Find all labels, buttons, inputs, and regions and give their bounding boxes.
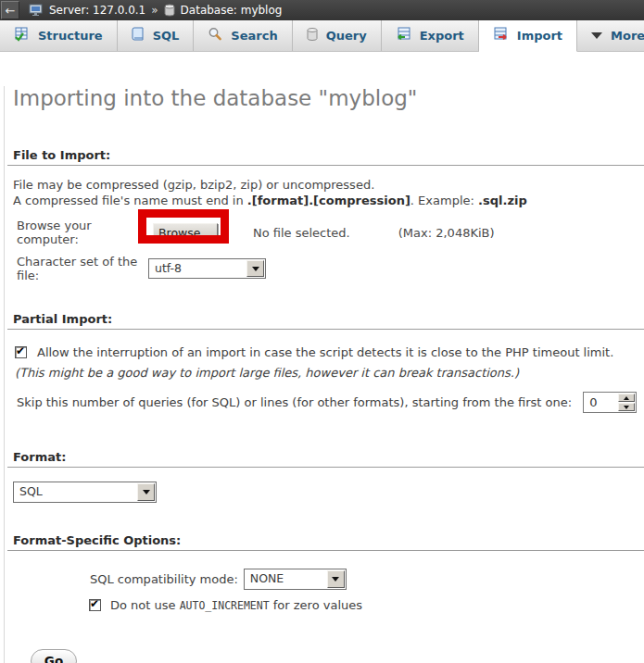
section-heading-file-to-import: File to Import:	[7, 148, 644, 166]
charset-select[interactable]: utf-8	[148, 258, 266, 279]
format-compression-hint: .[format].[compression]	[247, 194, 410, 207]
charset-label: Character set of the file:	[17, 255, 148, 282]
charset-selected-value: utf-8	[149, 259, 246, 278]
section-heading-format-specific-options: Format-Specific Options:	[7, 533, 644, 551]
tab-search[interactable]: Search	[194, 20, 292, 51]
allow-interruption-checkbox[interactable]: ✔	[15, 346, 27, 358]
example-extension: .sql.zip	[478, 194, 527, 207]
zero-values-text-prefix: Do not use	[110, 598, 180, 612]
skip-queries-input[interactable]	[584, 393, 617, 412]
checkmark-icon: ✔	[90, 597, 99, 610]
sql-compat-select-arrow-icon[interactable]	[327, 570, 345, 588]
content-left-border	[4, 86, 5, 663]
tab-export[interactable]: Export	[382, 20, 479, 51]
allow-interruption-text: Allow the interruption of an import in c…	[37, 345, 613, 359]
max-upload-size: (Max: 2,048KiB)	[398, 226, 495, 240]
browse-label: Browse your computer:	[17, 219, 153, 246]
sql-compat-select[interactable]: NONE	[244, 569, 347, 590]
breadcrumb-bar: ← Server: 127.0.0.1 » Database: myblog	[0, 0, 644, 20]
tab-query[interactable]: Query	[293, 20, 382, 51]
breadcrumb-separator: »	[151, 4, 158, 17]
back-button[interactable]: ←	[1, 1, 19, 19]
file-description-line2: A compressed file's name must end in .[f…	[13, 193, 644, 208]
browse-button[interactable]: Browse…	[153, 223, 218, 242]
main-content: Importing into the database "myblog" Fil…	[0, 86, 644, 663]
tab-more[interactable]: More	[577, 20, 644, 51]
file-description: File may be compressed (gzip, bzip2, zip…	[13, 177, 644, 208]
section-heading-format: Format:	[7, 450, 644, 468]
tab-label: More	[611, 29, 644, 43]
import-icon	[493, 27, 509, 44]
sql-icon	[132, 27, 145, 44]
tab-label: Import	[517, 29, 562, 43]
format-select[interactable]: SQL	[13, 482, 157, 503]
export-icon	[396, 27, 411, 44]
spinner-up-icon[interactable]	[618, 394, 635, 402]
skip-queries-spinbox	[583, 392, 637, 413]
tab-structure[interactable]: Structure	[0, 20, 118, 51]
zero-values-text-suffix: for zero values	[270, 598, 362, 612]
format-selected-value: SQL	[14, 482, 136, 502]
page-title: Importing into the database "myblog"	[13, 86, 644, 110]
back-arrow-icon: ←	[6, 5, 16, 17]
skip-queries-label: Skip this number of queries (for SQL) or…	[17, 395, 572, 409]
tab-sql[interactable]: SQL	[118, 20, 195, 51]
allow-interruption-row: ✔Allow the interruption of an import in …	[15, 343, 639, 383]
file-description-line1: File may be compressed (gzip, bzip2, zip…	[13, 177, 644, 193]
sql-compat-selected-value: NONE	[245, 569, 326, 589]
allow-interruption-note: (This might be a good way to import larg…	[15, 366, 519, 380]
query-icon	[307, 27, 318, 44]
checkmark-icon: ✔	[16, 344, 25, 357]
structure-icon	[14, 27, 30, 44]
sql-compat-row: SQL compatibility mode: NONE	[90, 569, 644, 590]
database-icon	[164, 4, 175, 17]
tab-label: Structure	[38, 29, 103, 43]
browse-row: Browse your computer: Browse… No file se…	[17, 222, 644, 243]
skip-queries-row: Skip this number of queries (for SQL) or…	[17, 392, 644, 413]
tab-bar: Structure SQL Search Query	[0, 20, 644, 52]
zero-values-row: ✔Do not use AUTO_INCREMENT for zero valu…	[89, 598, 644, 612]
spinner-down-icon[interactable]	[618, 403, 635, 411]
breadcrumb-server-link[interactable]: Server: 127.0.0.1	[49, 4, 145, 17]
server-icon	[29, 4, 44, 17]
section-heading-partial-import: Partial Import:	[7, 312, 644, 330]
charset-select-arrow-icon[interactable]	[246, 260, 264, 277]
search-icon	[208, 27, 222, 44]
tab-label: Search	[231, 29, 277, 43]
go-button[interactable]: Go	[31, 649, 77, 663]
format-select-arrow-icon[interactable]	[137, 483, 155, 501]
tab-label: SQL	[153, 29, 180, 43]
sql-compat-label: SQL compatibility mode:	[90, 572, 238, 586]
zero-values-checkbox[interactable]: ✔	[89, 599, 101, 611]
spinner-controls	[618, 394, 635, 411]
breadcrumb-database-link[interactable]: Database: myblog	[181, 4, 283, 17]
tab-import[interactable]: Import	[479, 20, 577, 52]
tab-label: Query	[326, 29, 367, 43]
charset-row: Character set of the file: utf-8	[17, 255, 644, 282]
chevron-down-icon	[591, 32, 602, 39]
auto-increment-code: AUTO_INCREMENT	[180, 599, 270, 612]
no-file-selected-text: No file selected.	[253, 226, 350, 240]
tab-label: Export	[420, 29, 464, 43]
